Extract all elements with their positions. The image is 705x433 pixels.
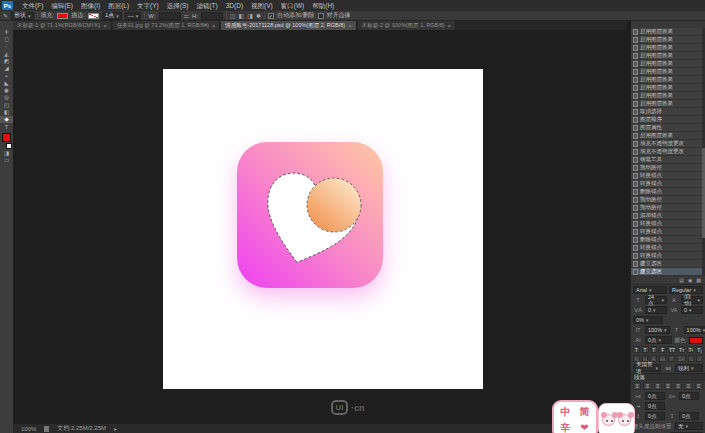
menu-item[interactable]: 选择(S) bbox=[163, 0, 193, 11]
history-state-row[interactable]: 转换锚点 bbox=[631, 172, 705, 180]
history-state-row[interactable]: 图层顺序 bbox=[631, 116, 705, 124]
history-state-row[interactable]: 启用图层效果 bbox=[631, 68, 705, 76]
history-state-row[interactable]: 转换锚点 bbox=[631, 228, 705, 236]
fill-color-swatch[interactable] bbox=[57, 13, 68, 19]
tool-button[interactable]: T bbox=[0, 123, 13, 130]
history-state-row[interactable]: 拖动路径 bbox=[631, 204, 705, 212]
type-style-button[interactable]: T bbox=[651, 346, 658, 353]
tool-button[interactable]: ◰ bbox=[0, 101, 13, 108]
align-edges-checkbox[interactable] bbox=[318, 13, 324, 19]
tool-button[interactable]: ◢ bbox=[0, 64, 13, 71]
status-menu-arrow-icon[interactable]: ▸ bbox=[114, 425, 117, 432]
foreground-color-swatch[interactable] bbox=[2, 133, 11, 142]
first-line-indent-field[interactable]: 0点 bbox=[645, 402, 665, 410]
screen-mode-icon[interactable]: ▭ bbox=[0, 156, 13, 163]
tool-button[interactable]: ◭ bbox=[0, 50, 13, 57]
tool-mode-select[interactable]: 形状 bbox=[11, 12, 34, 20]
tool-button[interactable]: ◎ bbox=[0, 94, 13, 101]
document-tab[interactable]: 未标题-2 @ 100%(图层 1, RGB/8) × bbox=[358, 21, 456, 30]
document-tab[interactable]: 未标题-1 @ 71.1%(RGB/8/CMYK) × bbox=[13, 21, 112, 30]
tab-close-icon[interactable]: × bbox=[448, 23, 452, 29]
indent-left-field[interactable]: 0点 bbox=[645, 392, 665, 400]
zoom-level[interactable]: 100% bbox=[21, 426, 36, 432]
opentype-button[interactable]: T bbox=[668, 355, 675, 362]
align-button[interactable]: ≡ bbox=[643, 382, 651, 390]
menu-item[interactable]: 3D(D) bbox=[222, 0, 247, 11]
align-button[interactable]: ≡ bbox=[684, 382, 692, 390]
anti-alias-select[interactable]: 锐利 bbox=[675, 364, 703, 372]
tab-close-icon[interactable]: × bbox=[212, 23, 216, 29]
type-style-button[interactable]: T₁ bbox=[696, 346, 703, 353]
history-state-row[interactable]: 取消选择 bbox=[631, 108, 705, 116]
history-state-row[interactable]: 添加锚点 bbox=[631, 212, 705, 220]
history-state-row[interactable]: 启用图层效果 bbox=[631, 76, 705, 84]
opentype-button[interactable]: ½ bbox=[688, 355, 695, 362]
text-color-swatch[interactable] bbox=[689, 337, 703, 344]
auto-add-delete-checkbox[interactable]: ✓ bbox=[268, 13, 274, 19]
history-state-row[interactable]: 拖动路径 bbox=[631, 196, 705, 204]
history-state-row[interactable]: 转换锚点 bbox=[631, 180, 705, 188]
indent-right-field[interactable]: 0点 bbox=[679, 392, 699, 400]
proportional-spacing-select[interactable]: 0% bbox=[633, 316, 663, 324]
history-footer-icon[interactable]: ▤ bbox=[679, 277, 684, 283]
artboard[interactable] bbox=[163, 69, 483, 389]
stroke-type-select[interactable]: — bbox=[125, 12, 142, 20]
space-before-field[interactable]: 0点 bbox=[645, 412, 665, 420]
history-state-row[interactable]: 启用图层效果 bbox=[631, 44, 705, 52]
tool-button[interactable]: ◉ bbox=[0, 86, 13, 93]
font-size-select[interactable]: 24点 bbox=[645, 296, 667, 304]
type-style-button[interactable]: T¹ bbox=[687, 346, 694, 353]
history-state-row[interactable]: 建立选区 bbox=[631, 260, 705, 268]
link-dimensions-icon[interactable]: ⚌ bbox=[184, 12, 189, 19]
history-state-row[interactable]: 转换锚点 bbox=[631, 220, 705, 228]
path-operations-icon[interactable]: ◫ bbox=[230, 12, 236, 19]
tool-button[interactable]: ◻ bbox=[0, 35, 13, 42]
menu-item[interactable]: 视图(V) bbox=[247, 0, 277, 11]
tool-button[interactable]: ◣ bbox=[0, 79, 13, 86]
tracking-select[interactable]: 0 bbox=[681, 306, 703, 314]
type-style-button[interactable]: TT bbox=[668, 346, 676, 353]
tool-button[interactable]: ◧ bbox=[0, 108, 13, 115]
menu-item[interactable]: 文字(Y) bbox=[133, 0, 163, 11]
align-button[interactable]: ≡ bbox=[654, 382, 662, 390]
tab-close-icon[interactable]: × bbox=[103, 23, 107, 29]
history-state-row[interactable]: 启用图层效果 bbox=[631, 100, 705, 108]
history-state-row[interactable]: 填充不透明度更改 bbox=[631, 140, 705, 148]
history-state-row[interactable]: 拖动路径 bbox=[631, 164, 705, 172]
align-button[interactable]: ≡ bbox=[674, 382, 682, 390]
align-button[interactable]: ≡ bbox=[633, 382, 641, 390]
baseline-shift-field[interactable]: 0点 bbox=[645, 336, 672, 344]
history-state-row[interactable]: 图层属性 bbox=[631, 124, 705, 132]
tool-button[interactable]: ◌ bbox=[0, 43, 13, 50]
tab-close-icon[interactable]: × bbox=[348, 23, 352, 29]
kinsoku-select[interactable]: 无 bbox=[675, 422, 703, 430]
gear-icon[interactable]: ✱ bbox=[256, 12, 261, 19]
history-state-row[interactable]: 钢笔工具 bbox=[631, 156, 705, 164]
language-select[interactable]: 美国英语 bbox=[633, 364, 661, 372]
menu-item[interactable]: 文件(F) bbox=[18, 0, 47, 11]
history-state-row[interactable]: 启用图层效果 bbox=[631, 28, 705, 36]
document-tab[interactable]: 情感账号-20171128.psd @ 100%(图层 2, RGB/8) × bbox=[221, 21, 356, 30]
history-state-row[interactable]: 启用图层效果 bbox=[631, 84, 705, 92]
history-footer-icon[interactable]: ▦ bbox=[696, 277, 701, 283]
heart-app-icon[interactable] bbox=[237, 142, 383, 288]
tool-button[interactable]: ◩ bbox=[0, 57, 13, 64]
stroke-color-swatch[interactable] bbox=[88, 13, 99, 19]
align-button[interactable]: ≡ bbox=[695, 382, 703, 390]
type-style-button[interactable]: T bbox=[642, 346, 649, 353]
history-state-row[interactable]: 启用图层效果 bbox=[631, 60, 705, 68]
history-state-row[interactable]: 填充不透明度更改 bbox=[631, 148, 705, 156]
horizontal-scale-field[interactable]: 100% bbox=[684, 326, 705, 334]
history-state-row[interactable]: 转换锚点 bbox=[631, 252, 705, 260]
history-state-row[interactable]: 建立选区 bbox=[631, 268, 705, 276]
history-state-row[interactable]: 删除锚点 bbox=[631, 188, 705, 196]
kerning-select[interactable]: 0 bbox=[645, 306, 667, 314]
menu-item[interactable]: 编辑(E) bbox=[47, 0, 77, 11]
canvas-area[interactable]: UI ·cn bbox=[13, 30, 627, 424]
path-alignment-icon[interactable]: ◧ bbox=[239, 12, 245, 19]
quick-mask-icon[interactable]: ◨ bbox=[0, 149, 13, 156]
space-after-field[interactable]: 0点 bbox=[679, 412, 699, 420]
menu-item[interactable]: 帮助(H) bbox=[308, 0, 338, 11]
type-style-button[interactable]: Tт bbox=[678, 346, 685, 353]
path-arrange-icon[interactable]: ◨ bbox=[247, 12, 253, 19]
